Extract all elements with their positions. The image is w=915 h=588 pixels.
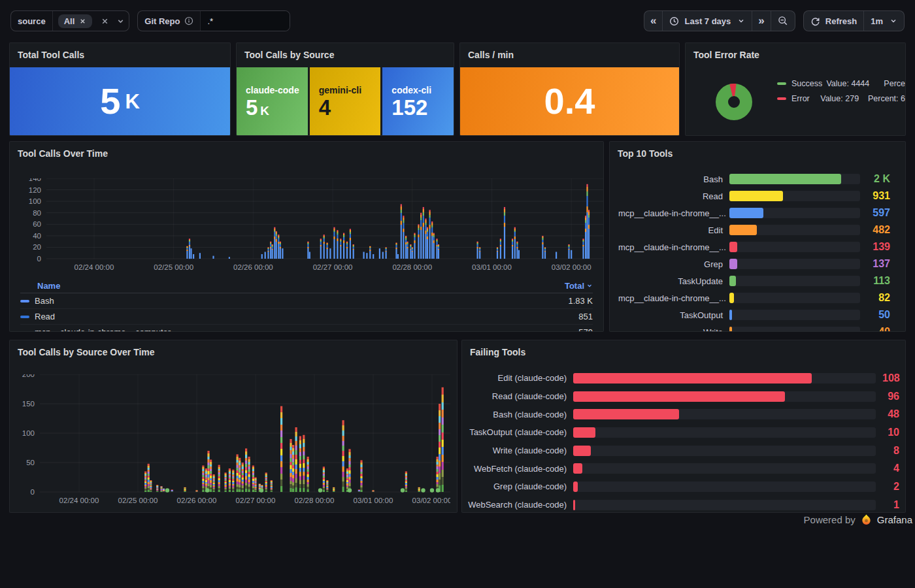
- bar-gauge-label: Write: [618, 327, 729, 333]
- svg-text:50: 50: [26, 459, 35, 466]
- bar-gauge-value: 108: [876, 372, 899, 384]
- zoom-out-button[interactable]: [771, 11, 795, 31]
- clear-all-icon[interactable]: [96, 11, 113, 31]
- source-filter[interactable]: source All: [10, 10, 129, 31]
- panel-title[interactable]: Failing Tools: [462, 340, 905, 364]
- source-filter-pill[interactable]: All: [58, 14, 93, 28]
- bar-gauge-label: Read (claude-code): [462, 391, 573, 401]
- failing-tools-bar-gauge: Edit (claude-code) 108 Read (claude-code…: [462, 369, 905, 513]
- bar-gauge-row: TaskOutput 50: [618, 306, 905, 323]
- remove-value-icon[interactable]: [79, 18, 86, 25]
- bar-gauge-fill: [573, 427, 595, 438]
- bar-gauge-value: 2 K: [860, 173, 890, 185]
- grafana-brand-text: Grafana: [877, 514, 912, 525]
- bar-gauge-label: mcp__claude-in-chrome__...: [618, 242, 729, 252]
- refresh-button[interactable]: Refresh: [804, 11, 863, 31]
- svg-text:02/28 00:00: 02/28 00:00: [392, 263, 432, 271]
- bar-gauge-fill: [573, 482, 578, 492]
- bar-gauge-fill: [573, 500, 575, 510]
- bar-gauge-fill: [729, 208, 763, 218]
- series-total: 851: [578, 312, 593, 321]
- source-cell-label: gemini-cli: [319, 85, 381, 95]
- bar-gauge-value: 50: [860, 309, 890, 321]
- bar-gauge-fill: [729, 259, 737, 269]
- refresh-label: Refresh: [825, 16, 857, 26]
- legend-rows: Bash 1.83 K Read 851 mcp__claude-in-chro…: [20, 293, 593, 332]
- time-shift-back-button[interactable]: «: [644, 11, 662, 31]
- tool-calls-over-time-chart[interactable]: 02040608010012014002/24 00:0002/25 00:00…: [15, 178, 603, 277]
- bar-gauge-value: 82: [860, 292, 890, 304]
- bar-gauge-value: 597: [860, 207, 890, 219]
- legend-series-row[interactable]: mcp__claude-in-chrome__computer 579: [20, 325, 593, 332]
- legend-series-row[interactable]: Bash 1.83 K: [20, 293, 593, 309]
- legend-header: Name Total: [20, 278, 593, 293]
- bar-gauge-row: mcp__claude-in-chrome__... 82: [618, 289, 905, 306]
- svg-text:03/02 00:00: 03/02 00:00: [552, 263, 591, 271]
- panel-tool-calls-by-source: Tool Calls by Source claude-code 5K gemi…: [236, 42, 454, 136]
- time-shift-forward-button[interactable]: »: [752, 11, 770, 31]
- bar-gauge-row: Edit (claude-code) 108: [462, 369, 905, 387]
- series-percent: Percent: 6: [868, 94, 905, 103]
- svg-text:02/28 00:00: 02/28 00:00: [295, 497, 335, 504]
- legend-name-header[interactable]: Name: [37, 281, 60, 291]
- series-color-marker: [777, 82, 786, 85]
- bar-gauge-track: [573, 391, 876, 402]
- zoom-out-icon: [778, 16, 788, 26]
- time-range-group: « Last 7 days »: [644, 10, 795, 31]
- panel-title[interactable]: Tool Calls by Source Over Time: [10, 340, 457, 364]
- series-name[interactable]: mcp__claude-in-chrome__computer: [35, 327, 171, 332]
- panel-title[interactable]: Tool Calls Over Time: [10, 142, 603, 165]
- bar-gauge-value: 1: [876, 499, 899, 511]
- bar-gauge-label: TaskOutput: [618, 310, 729, 320]
- legend-total-header[interactable]: Total: [565, 281, 593, 291]
- panel-title[interactable]: Total Tool Calls: [10, 43, 230, 67]
- svg-text:02/25 00:00: 02/25 00:00: [118, 497, 158, 504]
- bar-gauge-row: TaskUpdate 113: [618, 272, 905, 289]
- legend-item[interactable]: Success Value: 4444 Perce: [777, 76, 905, 91]
- legend-item[interactable]: Error Value: 279 Percent: 6: [777, 91, 905, 106]
- powered-by-grafana[interactable]: Powered by Grafana: [804, 514, 912, 526]
- panel-title[interactable]: Tool Calls by Source: [237, 43, 454, 67]
- chevron-down-icon: [890, 17, 897, 25]
- bar-gauge-value: 4: [876, 463, 899, 474]
- series-value: Value: 279: [820, 94, 868, 103]
- bar-gauge-fill: [729, 242, 737, 252]
- git-repo-label: Git Repo: [138, 11, 200, 31]
- source-cell: codex-cli 152: [382, 67, 454, 135]
- svg-text:100: 100: [29, 197, 41, 205]
- time-controls: « Last 7 days » Refresh: [644, 10, 905, 31]
- series-name[interactable]: Read: [35, 312, 55, 321]
- bar-gauge-track: [729, 259, 860, 269]
- panel-title[interactable]: Tool Error Rate: [686, 43, 905, 67]
- source-dropdown-chevron-icon[interactable]: [113, 11, 127, 31]
- by-source-over-time-chart[interactable]: 05010015020002/24 00:0002/25 00:0002/26 …: [10, 374, 450, 510]
- bar-gauge-label: WebSearch (claude-code): [462, 500, 573, 510]
- svg-text:03/02 00:00: 03/02 00:00: [412, 497, 450, 504]
- time-range-picker[interactable]: Last 7 days: [662, 11, 752, 31]
- stat-value: 5: [100, 83, 120, 120]
- bar-gauge-track: [729, 310, 860, 320]
- panel-title[interactable]: Calls / min: [460, 43, 679, 67]
- git-repo-input[interactable]: .*: [200, 11, 290, 31]
- bar-gauge-value: 113: [860, 275, 890, 287]
- source-cell-label: claude-code: [246, 85, 308, 95]
- source-cell-label: codex-cli: [391, 85, 454, 95]
- bar-gauge-row: Grep 137: [618, 255, 905, 272]
- powered-by-text: Powered by: [804, 514, 856, 525]
- bar-gauge-row: TaskOutput (claude-code) 10: [462, 423, 905, 442]
- panel-title[interactable]: Top 10 Tools: [610, 142, 905, 165]
- refresh-interval-picker[interactable]: 1m: [863, 11, 904, 31]
- legend-series-row[interactable]: Read 851: [20, 309, 593, 325]
- grafana-dashboard: source All Git Repo: [0, 0, 915, 588]
- svg-text:140: 140: [29, 178, 41, 182]
- bar-gauge-row: WebSearch (claude-code) 1: [462, 496, 905, 513]
- panel-tool-calls-by-source-over-time: Tool Calls by Source Over Time 050100150…: [9, 340, 458, 513]
- bar-gauge-track: [573, 409, 876, 419]
- refresh-group: Refresh 1m: [803, 10, 905, 31]
- refresh-interval-label: 1m: [871, 16, 883, 26]
- sort-caret-icon: [586, 282, 593, 289]
- series-total: 1.83 K: [568, 296, 593, 306]
- panel-top-10-tools: Top 10 Tools Bash 2 K Read 931 mcp__clau…: [609, 141, 906, 332]
- bar-gauge-row: Bash 2 K: [618, 171, 905, 188]
- series-name[interactable]: Bash: [35, 296, 54, 306]
